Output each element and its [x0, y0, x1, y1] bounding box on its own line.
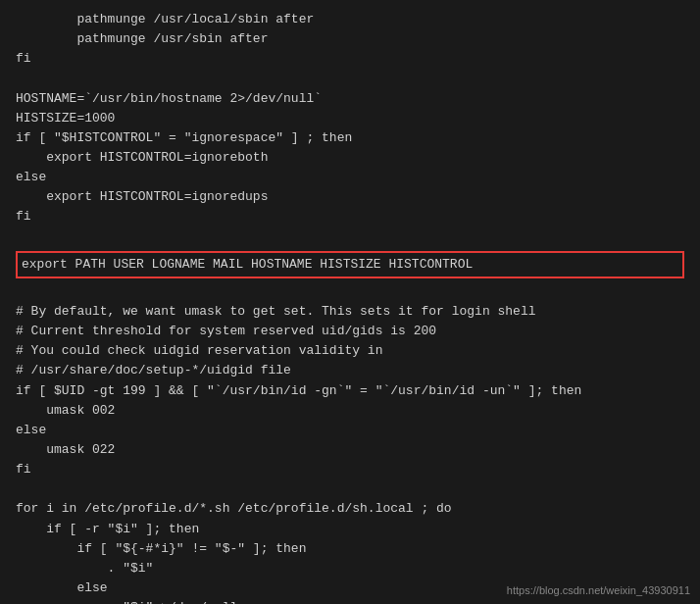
highlighted-export-line: export PATH USER LOGNAME MAIL HOSTNAME H… — [16, 251, 684, 278]
code-line: # /usr/share/doc/setup-*/uidgid file — [16, 361, 684, 380]
code-line: HOSTNAME=`/usr/bin/hostname 2>/dev/null` — [16, 89, 684, 109]
code-line: export HISTCONTROL=ignoredups — [16, 187, 684, 207]
code-line: if [ "$HISTCONTROL" = "ignorespace" ] ; … — [16, 128, 684, 148]
code-line: . "$i" >/dev/null — [16, 598, 684, 604]
code-line: umask 022 — [16, 440, 684, 460]
code-line: pathmunge /usr/local/sbin after — [16, 10, 684, 29]
code-line: for i in /etc/profile.d/*.sh /etc/profil… — [16, 499, 684, 519]
code-line: fi — [16, 49, 684, 69]
code-line: # By default, we want umask to get set. … — [16, 302, 684, 322]
code-line: fi — [16, 460, 684, 479]
code-line: HISTSIZE=1000 — [16, 109, 684, 128]
terminal: pathmunge /usr/local/sbin after pathmung… — [0, 0, 700, 604]
code-line: else — [16, 168, 684, 187]
watermark: https://blog.csdn.net/weixin_43930911 — [507, 584, 690, 596]
code-line: else — [16, 421, 684, 440]
code-line: # Current threshold for system reserved … — [16, 322, 684, 341]
code-line: fi — [16, 207, 684, 226]
code-line: pathmunge /usr/sbin after — [16, 29, 684, 49]
code-line: umask 002 — [16, 401, 684, 421]
code-content: pathmunge /usr/local/sbin after pathmung… — [16, 10, 684, 604]
code-line: if [ "${-#*i}" != "$-" ]; then — [16, 539, 684, 559]
code-line: if [ $UID -gt 199 ] && [ "`/usr/bin/id -… — [16, 381, 684, 401]
code-line: . "$i" — [16, 559, 684, 579]
code-line: if [ -r "$i" ]; then — [16, 520, 684, 539]
code-line: # You could check uidgid reservation val… — [16, 341, 684, 361]
code-line: export HISTCONTROL=ignoreboth — [16, 148, 684, 168]
